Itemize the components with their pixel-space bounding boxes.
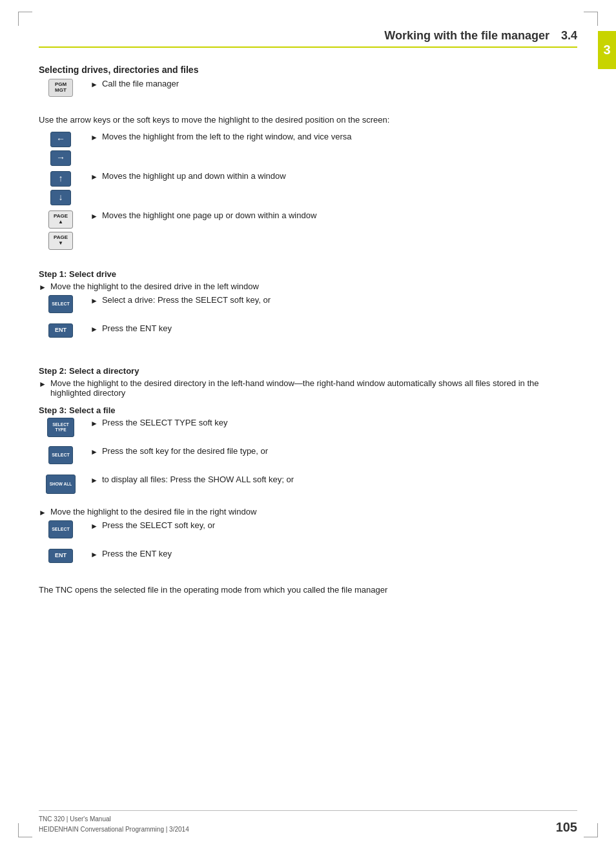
call-file-manager-row: PGMMGT ► Call the file manager [39,79,564,102]
arrow-marker12: ► [39,508,46,517]
step3-final-select-desc: ► Press the SELECT soft key, or [90,520,564,531]
footer-line1: TNC 320 | User's Manual [39,814,189,824]
arrow-ud-text: Moves the highlight up and down within a… [102,171,286,181]
page-keys-desc: ► Moves the highlight one page up or dow… [90,210,564,221]
arrow-marker7: ► [90,325,98,334]
step1-desc: Select drive [69,269,116,279]
step2-bold: Step 2: [39,366,67,376]
arrow-ud-icons: ↑ ↓ [39,171,83,205]
intro-para: Use the arrow keys or the soft keys to m… [39,114,564,127]
step1-label: Step 1: Select drive [39,269,564,279]
arrow-right-key: → [50,150,71,166]
arrow-marker: ► [90,80,98,89]
step2-label: Step 2: Select a directory [39,366,564,376]
step3-select-filetype-text: Press the soft key for the desired file … [102,446,268,456]
step1-sub-row: ► Move the highlight to the desired driv… [39,281,564,292]
corner-mark-tr [584,12,598,26]
step1-select-text: Select a drive: Press the SELECT soft ke… [102,295,271,305]
spacer2 [39,255,564,261]
page-keys-row: PAGE▲ PAGE▼ ► Moves the highlight one pa… [39,210,564,250]
page-number: 105 [556,820,577,835]
arrow-ud-desc: ► Moves the highlight up and down within… [90,171,564,181]
select-key-col-final: SELECT [39,520,83,538]
ent-key1: ENT [48,323,73,338]
corner-mark-bl [18,823,32,837]
step3-move-highlight-row: ► Move the highlight to the desired file… [39,507,564,517]
arrow-marker9: ► [90,419,98,428]
step3-label: Step 3: Select a file [39,405,564,415]
page-footer: TNC 320 | User's Manual HEIDENHAIN Conve… [39,810,577,835]
select-key3: SELECT [48,446,73,464]
step3-show-all-row: SHOW ALL ► to display all files: Press t… [39,475,564,498]
page-title: Working with the file manager [384,29,549,43]
step3-ent-desc: ► Press the ENT key [90,549,564,559]
show-all-key: SHOW ALL [46,475,76,494]
arrow-marker14: ► [90,550,98,559]
page-down-key: PAGE▼ [48,232,73,250]
section-heading: Selecting drives, directories and files [39,65,564,75]
arrow-marker2: ► [90,133,98,142]
chapter-number: 3 [603,43,610,57]
step1-ent-row: ENT ► Press the ENT key [39,323,564,347]
chapter-tab: 3 [598,31,616,69]
arrow-left-key: ← [50,132,71,147]
step1-select-desc: ► Select a drive: Press the SELECT soft … [90,295,564,305]
arrow-lr-desc: ► Moves the highlight from the left to t… [90,132,564,142]
arrow-up-key: ↑ [50,171,71,187]
select-type-col: SELECTTYPE [39,418,83,437]
corner-mark-br [584,823,598,837]
arrow-lr-icons: ← → [39,132,83,166]
main-content: Selecting drives, directories and files … [39,58,564,810]
corner-mark-tl [18,12,32,26]
step3-select-softkey-text: Press the SELECT soft key, or [102,520,215,530]
arrow-lr-text: Moves the highlight from the left to the… [102,132,352,141]
pgm-mgt-key: PGMMGT [48,79,73,97]
show-all-col: SHOW ALL [39,475,83,494]
step3-ent-row: ENT ► Press the ENT key [39,549,564,572]
step1-bold: Step 1: [39,269,67,279]
step3-desc: Select a file [69,405,116,415]
ent-key-col1: ENT [39,323,83,338]
pgm-mgt-key-col: PGMMGT [39,79,83,97]
step3-move-highlight-text: Move the highlight to the desired file i… [50,507,256,517]
ent-key-col3: ENT [39,549,83,563]
select-key-col3: SELECT [39,446,83,464]
footer-line2: HEIDENHAIN Conversational Programming | … [39,824,189,835]
step1-select-row: SELECT ► Select a drive: Press the SELEC… [39,295,564,318]
step3-select-type-desc: ► Press the SELECT TYPE soft key [90,418,564,428]
select-key-final: SELECT [48,520,73,538]
page-keys-text: Moves the highlight one page up or down … [102,210,316,220]
select-key1: SELECT [48,295,73,313]
page-up-key: PAGE▲ [48,210,73,229]
section-number: 3.4 [561,29,577,43]
arrow-marker11: ► [90,476,98,485]
spacer5 [39,577,564,584]
arrow-marker5: ► [39,283,46,292]
step1-ent-desc: ► Press the ENT key [90,323,564,334]
step2-desc: Select a directory [69,366,139,376]
step3-show-all-desc: ► to display all files: Press the SHOW A… [90,475,564,485]
arrow-marker10: ► [90,447,98,456]
arrow-marker13: ► [90,522,98,531]
call-file-manager-text: Call the file manager [102,79,179,88]
step3-final-select-row: SELECT ► Press the SELECT soft key, or [39,520,564,544]
arrow-marker4: ► [90,212,98,221]
call-file-manager-desc: ► Call the file manager [90,79,564,89]
ent-key3: ENT [48,549,73,563]
select-type-key: SELECTTYPE [47,418,74,437]
step1-ent-text: Press the ENT key [102,323,172,333]
step3-select-desc: ► Press the soft key for the desired fil… [90,446,564,456]
step3-select-row: SELECT ► Press the soft key for the desi… [39,446,564,469]
step3-ent-text: Press the ENT key [102,549,172,558]
closing-para: The TNC opens the selected file in the o… [39,584,564,597]
step3-select-type-row: SELECTTYPE ► Press the SELECT TYPE soft … [39,418,564,441]
step2-sub-row: ► Move the highlight to the desired dire… [39,378,564,398]
arrow-down-key: ↓ [50,190,71,205]
arrow-ud-row: ↑ ↓ ► Moves the highlight up and down wi… [39,171,564,205]
step2-sub-text: Move the highlight to the desired direct… [50,378,564,398]
step3-bold: Step 3: [39,405,67,415]
arrow-marker6: ► [90,296,98,305]
page-key-icons: PAGE▲ PAGE▼ [39,210,83,250]
arrow-marker3: ► [90,172,98,181]
arrow-lr-row: ← → ► Moves the highlight from the left … [39,132,564,166]
